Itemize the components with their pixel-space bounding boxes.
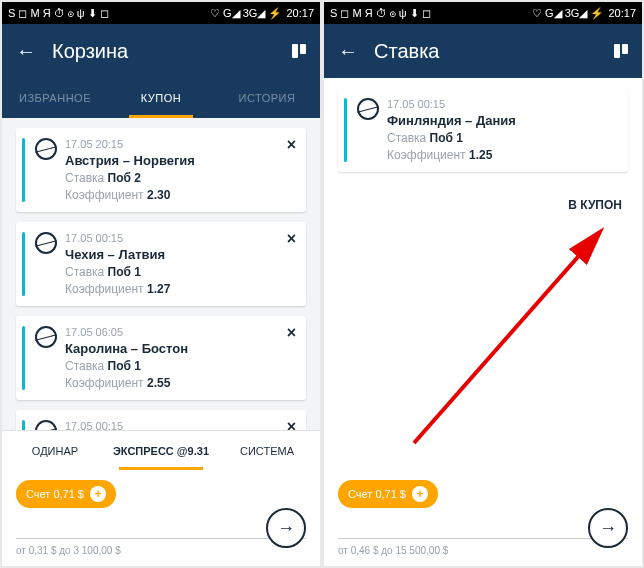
range-text: от 0,46 $ до 15 500,00 $	[338, 545, 628, 556]
hockey-icon	[35, 420, 57, 430]
hockey-icon	[35, 232, 57, 254]
bet-card[interactable]: 17.05 06:05 Каролина – Бостон Ставка Поб…	[16, 316, 306, 400]
close-icon[interactable]: ×	[287, 230, 296, 248]
app-header: ← Корзина	[2, 24, 320, 78]
amount-input[interactable]: $	[16, 518, 306, 539]
amount-input[interactable]: $	[338, 518, 628, 539]
back-icon[interactable]: ←	[16, 40, 36, 63]
hockey-icon	[357, 98, 379, 120]
plus-icon[interactable]: +	[90, 486, 106, 502]
tab-favorites[interactable]: ИЗБРАННОЕ	[2, 78, 108, 118]
bet-match: Каролина – Бостон	[65, 341, 296, 356]
back-icon[interactable]: ←	[338, 40, 358, 63]
bet-time: 17.05 00:15	[65, 420, 296, 430]
add-to-coupon[interactable]: В КУПОН	[568, 198, 622, 212]
status-icons: S ◻ M Я ⏱ ☉ ψ ⬇ ◻	[330, 7, 431, 20]
sort-icon[interactable]	[614, 44, 628, 58]
status-time: 20:17	[608, 7, 636, 19]
status-signal: ♡ G◢ 3G◢ ⚡	[210, 7, 282, 20]
bet-time: 17.05 00:15	[65, 232, 296, 244]
left-screen: S ◻ M Я ⏱ ☉ ψ ⬇ ◻ ♡ G◢ 3G◢ ⚡20:17 ← Корз…	[2, 2, 320, 566]
status-icons: S ◻ M Я ⏱ ☉ ψ ⬇ ◻	[8, 7, 109, 20]
submit-button[interactable]: →	[266, 508, 306, 548]
bet-list[interactable]: 17.05 20:15 Австрия – Норвегия Ставка По…	[2, 118, 320, 430]
bet-type-tabs: ОДИНАР ЭКСПРЕСС @9.31 СИСТЕМА	[2, 430, 320, 470]
bet-card[interactable]: 17.05 00:15 Чехия – Латвия Ставка Поб 1 …	[16, 222, 306, 306]
footer: Счет 0,71 $+ $ от 0,46 $ до 15 500,00 $ …	[324, 470, 642, 566]
balance-chip[interactable]: Счет 0,71 $+	[338, 480, 438, 508]
plus-icon[interactable]: +	[412, 486, 428, 502]
bet-card[interactable]: 17.05 00:15 Финляндия – Дания Ставка Поб…	[338, 88, 628, 172]
page-title: Корзина	[52, 40, 276, 63]
right-screen: S ◻ M Я ⏱ ☉ ψ ⬇ ◻ ♡ G◢ 3G◢ ⚡20:17 ← Став…	[324, 2, 642, 566]
sort-icon[interactable]	[292, 44, 306, 58]
bet-detail: 17.05 00:15 Финляндия – Дания Ставка Поб…	[324, 78, 642, 470]
bet-match: Чехия – Латвия	[65, 247, 296, 262]
footer: Счет 0,71 $+ $ от 0,31 $ до 3 100,00 $ →	[2, 470, 320, 566]
bet-match: Австрия – Норвегия	[65, 153, 296, 168]
close-icon[interactable]: ×	[287, 136, 296, 154]
range-text: от 0,31 $ до 3 100,00 $	[16, 545, 306, 556]
close-icon[interactable]: ×	[287, 324, 296, 342]
hockey-icon	[35, 138, 57, 160]
status-bar: S ◻ M Я ⏱ ☉ ψ ⬇ ◻ ♡ G◢ 3G◢ ⚡20:17	[2, 2, 320, 24]
page-title: Ставка	[374, 40, 598, 63]
btab-system[interactable]: СИСТЕМА	[214, 431, 320, 470]
bet-match: Финляндия – Дания	[387, 113, 618, 128]
arrow-annotation	[404, 223, 624, 453]
status-time: 20:17	[286, 7, 314, 19]
bet-time: 17.05 00:15	[387, 98, 618, 110]
btab-single[interactable]: ОДИНАР	[2, 431, 108, 470]
status-signal: ♡ G◢ 3G◢ ⚡	[532, 7, 604, 20]
balance-chip[interactable]: Счет 0,71 $+	[16, 480, 116, 508]
submit-button[interactable]: →	[588, 508, 628, 548]
btab-express[interactable]: ЭКСПРЕСС @9.31	[108, 431, 214, 470]
close-icon[interactable]: ×	[287, 418, 296, 430]
tab-coupon[interactable]: КУПОН	[108, 78, 214, 118]
top-tabs: ИЗБРАННОЕ КУПОН ИСТОРИЯ	[2, 78, 320, 118]
bet-card[interactable]: 17.05 00:15 Финляндия – Дания ×	[16, 410, 306, 430]
app-header: ← Ставка	[324, 24, 642, 78]
hockey-icon	[35, 326, 57, 348]
bet-time: 17.05 20:15	[65, 138, 296, 150]
status-bar: S ◻ M Я ⏱ ☉ ψ ⬇ ◻ ♡ G◢ 3G◢ ⚡20:17	[324, 2, 642, 24]
svg-line-1	[414, 233, 599, 443]
tab-history[interactable]: ИСТОРИЯ	[214, 78, 320, 118]
bet-time: 17.05 06:05	[65, 326, 296, 338]
bet-card[interactable]: 17.05 20:15 Австрия – Норвегия Ставка По…	[16, 128, 306, 212]
